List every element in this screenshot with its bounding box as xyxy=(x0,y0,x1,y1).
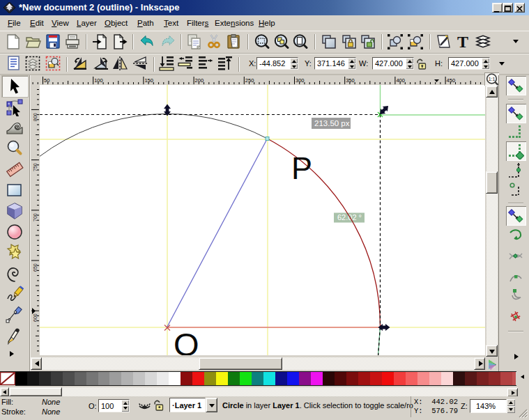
svg-text:200: 200 xyxy=(195,77,204,84)
svg-text:700: 700 xyxy=(33,213,38,221)
svg-text:1:1: 1:1 xyxy=(489,77,496,81)
svg-text:300: 300 xyxy=(296,77,305,84)
svg-text:400: 400 xyxy=(396,77,405,84)
svg-text:100: 100 xyxy=(94,77,103,84)
svg-text:150: 150 xyxy=(144,77,153,84)
svg-text:T: T xyxy=(457,33,468,50)
svg-text:50: 50 xyxy=(44,77,49,84)
svg-text:600: 600 xyxy=(33,313,38,322)
svg-text:P: P xyxy=(291,150,312,186)
svg-text:450: 450 xyxy=(447,77,456,84)
svg-text:800: 800 xyxy=(33,113,38,121)
svg-text:350: 350 xyxy=(346,77,355,84)
svg-text:750: 750 xyxy=(33,163,38,171)
svg-text:250: 250 xyxy=(245,77,254,84)
svg-text:213.50 px: 213.50 px xyxy=(314,119,350,127)
svg-text:O: O xyxy=(174,326,199,355)
svg-text:650: 650 xyxy=(33,263,38,272)
